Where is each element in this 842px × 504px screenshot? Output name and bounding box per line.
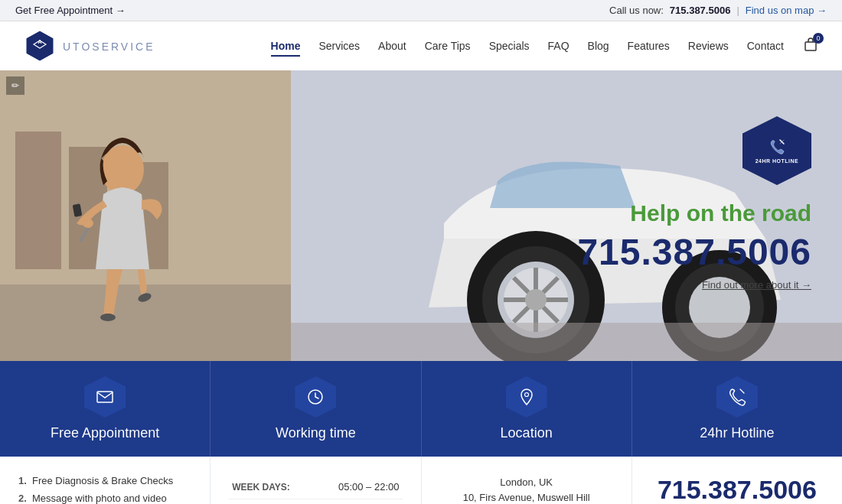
free-appointment-col: Free Diagnosis & Brake Checks Message wi… [0, 457, 210, 504]
wt-row-saturday: SATURDAY: 08:00 – 18:00 [229, 499, 402, 505]
svg-point-11 [100, 314, 116, 321]
logo[interactable]: A UTOSERVICE [23, 29, 155, 63]
info-label-location: Location [501, 425, 553, 441]
appt-item-1: Free Diagnosis & Brake Checks [18, 475, 191, 486]
svg-point-31 [524, 393, 528, 397]
info-block-location[interactable]: Location [422, 361, 632, 457]
appt-item-2-text: Message with photo and video [32, 493, 167, 504]
map-link[interactable]: Find us on map → [746, 5, 827, 16]
appt-item-2: Message with photo and video [18, 493, 191, 504]
location-city: London, UK [500, 476, 553, 488]
hero-section: ✏ [0, 70, 842, 361]
svg-point-24 [525, 289, 547, 311]
info-label-appointment: Free Appointment [51, 425, 159, 441]
hotline-phone-icon [716, 376, 758, 418]
nav-home[interactable]: Home [263, 35, 308, 57]
nav-care-tips[interactable]: Care Tips [417, 35, 478, 57]
nav-contact[interactable]: Contact [739, 35, 791, 57]
working-time-table: WEEK DAYS: 05:00 – 22:00 SATURDAY: 08:00… [229, 475, 402, 504]
svg-rect-28 [291, 323, 842, 361]
svg-rect-5 [15, 132, 61, 269]
hero-tagline: Help on the road [577, 200, 811, 226]
nav-services[interactable]: Services [311, 35, 367, 57]
top-phone: 715.387.5006 [670, 5, 731, 16]
svg-marker-0 [26, 31, 54, 61]
top-bar: Get Free Appointment → Call us now: 715.… [0, 0, 842, 21]
nav-blog[interactable]: Blog [580, 35, 617, 57]
findout-link[interactable]: Find out more about it → [702, 279, 811, 291]
contact-info: Call us now: 715.387.5006 | Find us on m… [609, 5, 827, 16]
info-label-working-time: Working time [276, 425, 356, 441]
working-time-col: WEEK DAYS: 05:00 – 22:00 SATURDAY: 08:00… [210, 457, 421, 504]
nav-features[interactable]: Features [620, 35, 677, 57]
svg-point-13 [83, 219, 93, 228]
wt-hours-weekdays: 05:00 – 22:00 [313, 475, 402, 499]
call-us-label: Call us now: [609, 5, 664, 16]
separator: | [736, 5, 739, 16]
appointment-list: Free Diagnosis & Brake Checks Message wi… [18, 475, 191, 504]
nav-specials[interactable]: Specials [481, 35, 537, 57]
hero-phone: 715.387.5006 [577, 231, 811, 273]
clock-icon [295, 376, 336, 418]
cart-badge: 0 [813, 33, 824, 44]
mail-icon [84, 376, 126, 418]
content-area: Free Diagnosis & Brake Checks Message wi… [0, 457, 842, 504]
location-col: London, UK 10, Firs Avenue, Muswell Hill [422, 457, 632, 504]
info-block-hotline[interactable]: 24hr Hotline [632, 361, 842, 457]
hotline-badge: 24HR HOTLINE [742, 116, 811, 185]
wt-day-saturday: SATURDAY: [229, 499, 313, 505]
edit-icon[interactable]: ✏ [6, 76, 24, 95]
header: A UTOSERVICE Home Services About Care Ti… [0, 21, 842, 70]
cart-icon[interactable]: 0 [802, 36, 819, 56]
wt-day-weekdays: WEEK DAYS: [229, 475, 313, 499]
main-nav: Home Services About Care Tips Specials F… [263, 35, 819, 57]
svg-rect-29 [97, 392, 113, 402]
location-address: London, UK 10, Firs Avenue, Muswell Hill [440, 475, 613, 504]
info-strip: Free Appointment Working time Location 2… [0, 361, 842, 457]
location-street: 10, Firs Avenue, Muswell Hill [463, 492, 590, 503]
hotline-label: 24HR HOTLINE [756, 158, 799, 164]
info-block-working-time[interactable]: Working time [210, 361, 421, 457]
hero-content: 24HR HOTLINE Help on the road 715.387.50… [577, 116, 811, 291]
svg-point-9 [101, 145, 144, 194]
nav-reviews[interactable]: Reviews [680, 35, 736, 57]
info-label-hotline: 24hr Hotline [700, 425, 774, 441]
nav-faq[interactable]: FAQ [540, 35, 577, 57]
hotline-hex-container: 24HR HOTLINE [577, 116, 811, 185]
free-appointment-link[interactable]: Get Free Appointment → [15, 5, 126, 16]
location-pin-icon [506, 376, 547, 418]
svg-rect-3 [805, 42, 816, 50]
logo-hex-icon: A [23, 29, 57, 63]
phone-icon [769, 138, 785, 155]
wt-row-weekdays: WEEK DAYS: 05:00 – 22:00 [229, 475, 402, 499]
appt-item-1-text: Free Diagnosis & Brake Checks [32, 475, 173, 486]
wt-hours-saturday: 08:00 – 18:00 [313, 499, 402, 505]
logo-text: UTOSERVICE [63, 38, 155, 54]
hotline-col: 715.387.5006 Mobile: 02 562-958 Fax: 02 … [632, 457, 842, 504]
nav-about[interactable]: About [370, 35, 414, 57]
info-block-appointment[interactable]: Free Appointment [0, 361, 210, 457]
hotline-phone-number: 715.387.5006 [651, 475, 824, 504]
hero-findout: Find out more about it → [577, 279, 811, 291]
